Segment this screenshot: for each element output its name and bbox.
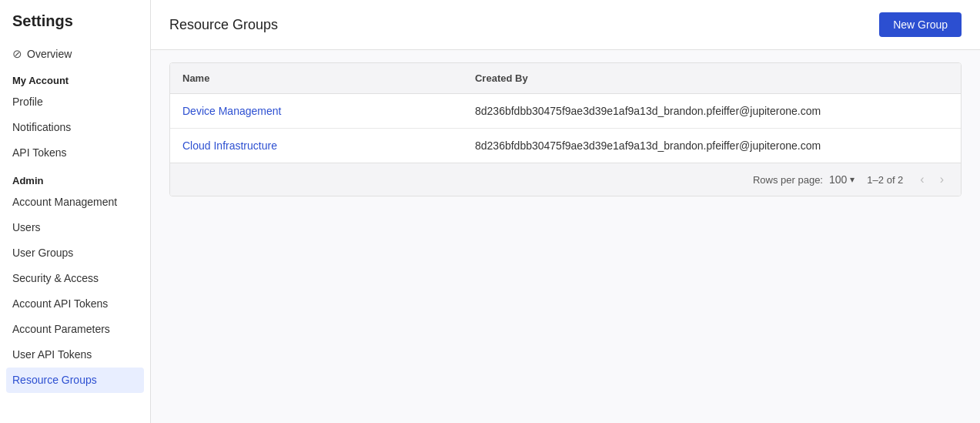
sidebar-item-user-api-tokens[interactable]: User API Tokens [0, 342, 150, 368]
resource-groups-table: Name Created By Device Management8d236bf… [170, 63, 961, 163]
rows-per-page-select[interactable]: 100 ▾ [829, 173, 855, 186]
table-row: Device Management8d236bfdbb30475f9ae3d39… [170, 94, 961, 129]
table-cell-name: Device Management [170, 94, 463, 129]
sidebar-item-users[interactable]: Users [0, 215, 150, 240]
page-info: 1–2 of 2 [867, 174, 903, 186]
my-account-section-label: My Account [0, 65, 150, 89]
table-body: Device Management8d236bfdbb30475f9ae3d39… [170, 94, 961, 163]
sidebar-item-account-parameters[interactable]: Account Parameters [0, 317, 150, 342]
sidebar-item-overview[interactable]: ⊘ Overview [0, 42, 150, 65]
sidebar-item-account-management[interactable]: Account Management [0, 190, 150, 215]
table-row: Cloud Infrastructure8d236bfdbb30475f9ae3… [170, 129, 961, 163]
sidebar-item-profile[interactable]: Profile [0, 89, 150, 115]
sidebar: Settings ⊘ Overview My Account Profile N… [0, 0, 151, 423]
table-cell-created-by: 8d236bfdbb30475f9ae3d39e1af9a13d_brandon… [463, 129, 961, 163]
column-header-name: Name [170, 63, 463, 94]
chevron-down-icon: ▾ [850, 174, 855, 185]
sidebar-overview-label: Overview [27, 48, 72, 60]
new-group-button[interactable]: New Group [879, 12, 962, 37]
pagination-row: Rows per page: 100 ▾ 1–2 of 2 ‹ › [170, 163, 961, 196]
compass-icon: ⊘ [12, 47, 22, 61]
rows-per-page-label: Rows per page: [753, 174, 823, 186]
sidebar-item-user-groups[interactable]: User Groups [0, 240, 150, 266]
table-cell-created-by: 8d236bfdbb30475f9ae3d39e1af9a13d_brandon… [463, 94, 961, 129]
column-header-created-by: Created By [463, 63, 961, 94]
sidebar-item-account-api-tokens[interactable]: Account API Tokens [0, 291, 150, 317]
sidebar-item-notifications[interactable]: Notifications [0, 115, 150, 140]
table-cell-name: Cloud Infrastructure [170, 129, 463, 163]
sidebar-item-resource-groups[interactable]: Resource Groups [6, 368, 144, 393]
sidebar-item-api-tokens[interactable]: API Tokens [0, 140, 150, 166]
table-header: Name Created By [170, 63, 961, 94]
prev-page-button[interactable]: ‹ [915, 171, 928, 188]
resource-groups-table-container: Name Created By Device Management8d236bf… [169, 62, 962, 196]
sidebar-title: Settings [0, 12, 150, 42]
admin-section-label: Admin [0, 166, 150, 190]
main-header: Resource Groups New Group [151, 0, 980, 50]
sidebar-item-security-access[interactable]: Security & Access [0, 266, 150, 291]
main-content: Resource Groups New Group Name Created B… [151, 0, 980, 423]
resource-group-link[interactable]: Device Management [182, 105, 281, 117]
next-page-button[interactable]: › [935, 171, 948, 188]
resource-group-link[interactable]: Cloud Infrastructure [182, 139, 277, 152]
page-title: Resource Groups [169, 17, 278, 33]
